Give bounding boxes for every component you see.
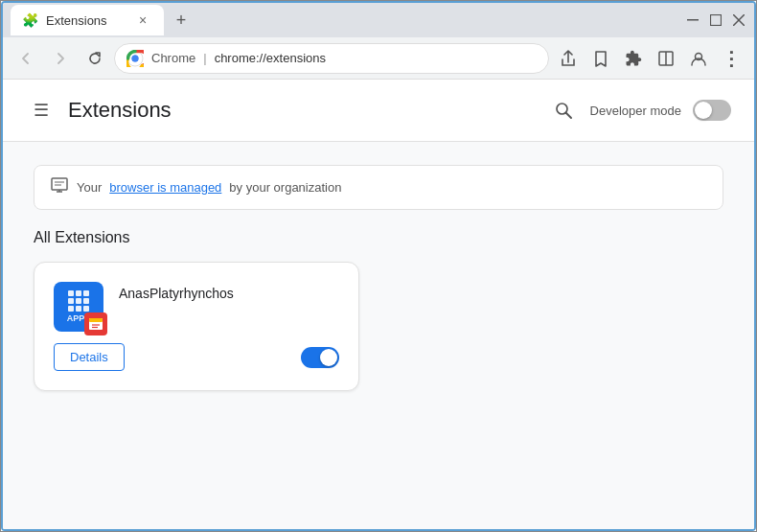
extension-overlay-icon: [84, 312, 107, 335]
page-title: Extensions: [68, 98, 548, 123]
refresh-button[interactable]: [80, 43, 110, 74]
svg-rect-0: [687, 19, 699, 21]
managed-text-before: Your: [77, 180, 102, 195]
svg-rect-20: [89, 318, 103, 322]
maximize-button[interactable]: [708, 12, 723, 28]
developer-mode-toggle[interactable]: [693, 100, 731, 121]
search-button[interactable]: [548, 95, 579, 126]
navigation-bar: Chrome | chrome://extensions ⋮: [3, 37, 754, 80]
svg-rect-14: [52, 178, 67, 190]
extension-name: AnasPlatyrhynchos: [119, 282, 234, 301]
extensions-header: ☰ Extensions Developer mode: [3, 80, 754, 142]
chrome-label: Chrome: [151, 51, 195, 65]
managed-banner: Your browser is managed by your organiza…: [34, 165, 723, 210]
new-tab-button[interactable]: +: [168, 7, 195, 34]
nav-right-icons: ⋮: [553, 43, 746, 74]
address-divider: |: [203, 51, 206, 65]
extensions-button[interactable]: [618, 43, 649, 74]
extension-icon: APPS: [54, 282, 103, 332]
close-window-button[interactable]: [731, 12, 746, 28]
minimize-button[interactable]: [685, 12, 700, 28]
developer-mode-controls: Developer mode: [548, 95, 731, 126]
profile-button[interactable]: [683, 43, 714, 74]
managed-text-after: by your organization: [229, 180, 341, 195]
tab-close-button[interactable]: ×: [133, 11, 152, 30]
address-text: Chrome | chrome://extensions: [151, 51, 326, 65]
tab-title: Extensions: [46, 13, 107, 28]
svg-line-13: [565, 113, 571, 119]
content-area: PC RISK.COM ☰ Extensions Developer mode: [3, 80, 754, 529]
split-view-button[interactable]: [651, 43, 681, 74]
developer-mode-label: Developer mode: [590, 104, 681, 118]
extensions-page: PC RISK.COM ☰ Extensions Developer mode: [3, 80, 754, 529]
hamburger-menu-button[interactable]: ☰: [26, 95, 57, 126]
browser-window: 🧩 Extensions × +: [1, 1, 756, 531]
extension-card-top: APPS: [54, 282, 339, 332]
managed-link[interactable]: browser is managed: [109, 180, 221, 195]
managed-icon: [50, 175, 69, 199]
share-button[interactable]: [553, 43, 584, 74]
extension-card: APPS: [34, 262, 359, 391]
all-extensions-title: All Extensions: [34, 229, 723, 246]
active-tab[interactable]: 🧩 Extensions ×: [11, 5, 164, 35]
bookmark-button[interactable]: [585, 43, 616, 74]
svg-rect-1: [711, 15, 722, 26]
apps-grid-icon: [68, 290, 89, 312]
details-button[interactable]: Details: [54, 343, 125, 371]
chrome-logo-icon: [126, 50, 144, 67]
back-button[interactable]: [11, 43, 41, 74]
address-bar[interactable]: Chrome | chrome://extensions: [114, 43, 549, 74]
title-bar: 🧩 Extensions × +: [3, 3, 754, 37]
more-button[interactable]: ⋮: [716, 43, 746, 74]
extension-card-bottom: Details: [54, 343, 339, 371]
extensions-content: Your browser is managed by your organiza…: [3, 142, 754, 529]
address-url: chrome://extensions: [215, 51, 326, 65]
svg-point-6: [132, 55, 139, 61]
extension-enabled-toggle[interactable]: [301, 347, 339, 368]
window-controls: [685, 12, 746, 28]
tab-puzzle-icon: 🧩: [22, 12, 38, 28]
forward-button[interactable]: [45, 43, 76, 74]
